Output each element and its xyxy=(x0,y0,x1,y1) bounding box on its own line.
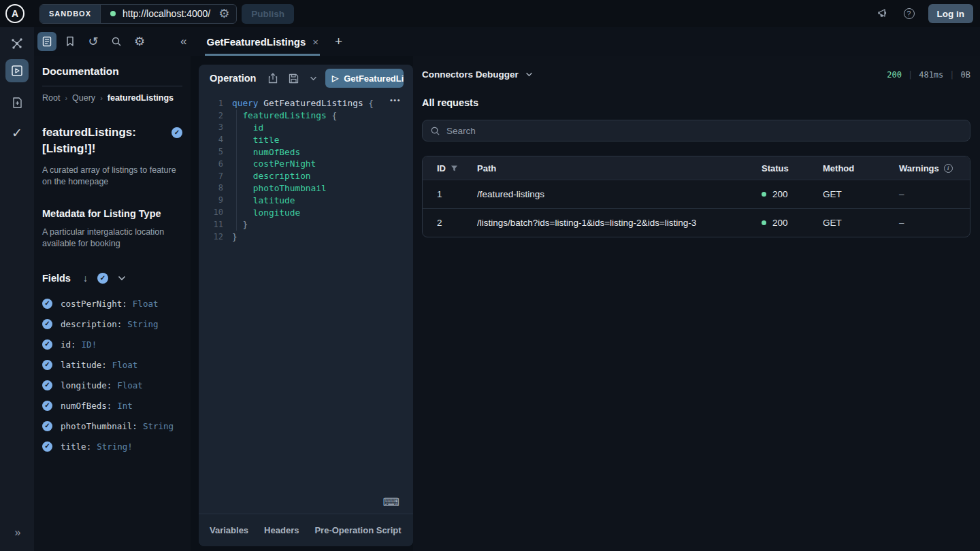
field-check-icon[interactable]: ✓ xyxy=(42,441,52,452)
requests-search-input[interactable] xyxy=(446,126,962,136)
filter-funnel-icon[interactable] xyxy=(451,165,458,172)
save-menu-chevron-icon[interactable] xyxy=(310,76,317,81)
field-check-icon[interactable]: ✓ xyxy=(42,339,52,350)
request-row[interactable]: 1 /featured-listings 200 GET – xyxy=(423,180,970,208)
breadcrumb-root[interactable]: Root xyxy=(42,93,60,103)
footer-tab[interactable]: Headers xyxy=(264,525,299,535)
response-stats: 200 | 481ms | 0B xyxy=(887,70,970,80)
request-row[interactable]: 2 /listings/batch?ids=listing-1&ids=list… xyxy=(423,208,970,237)
col-header-method[interactable]: Method xyxy=(823,163,899,173)
graphql-code-editor[interactable]: ••• 1 query GetFeaturedListings { 2 feat… xyxy=(199,92,413,514)
requests-table: ID Path Status Method Warnings i 1 /feat… xyxy=(422,156,970,237)
field-type: ID! xyxy=(82,339,97,350)
settings-gear-icon[interactable]: ⚙ xyxy=(130,32,149,51)
response-time: 481ms xyxy=(919,70,943,80)
response-size: 0B xyxy=(961,70,970,80)
line-number: 1 xyxy=(199,99,223,108)
field-check-icon[interactable]: ✓ xyxy=(42,299,52,309)
history-icon[interactable]: ↺ xyxy=(84,32,103,51)
all-requests-title: All requests xyxy=(422,97,970,108)
keyboard-shortcuts-icon[interactable]: ⌨ xyxy=(382,497,399,508)
schema-graph-icon[interactable] xyxy=(10,37,24,50)
field-type: Int xyxy=(117,401,133,411)
requests-search-box[interactable] xyxy=(422,120,970,141)
breadcrumb-query[interactable]: Query xyxy=(72,93,95,103)
line-number: 12 xyxy=(199,232,223,241)
explorer-nav-icon[interactable] xyxy=(5,59,29,82)
col-header-warnings[interactable]: Warnings i xyxy=(899,163,970,173)
field-list-item[interactable]: ✓ photoThumbnail: String xyxy=(42,416,182,436)
field-list-item[interactable]: ✓ title: String! xyxy=(42,436,182,456)
publish-button[interactable]: Publish xyxy=(242,4,294,24)
request-warnings: – xyxy=(899,218,970,228)
apollo-logo[interactable]: A xyxy=(5,4,24,23)
help-icon[interactable]: ? xyxy=(904,8,915,19)
field-name: longitude: xyxy=(61,380,112,390)
apollo-logo-letter: A xyxy=(12,8,18,19)
col-header-id[interactable]: ID xyxy=(423,163,477,173)
field-check-icon[interactable]: ✓ xyxy=(42,319,52,329)
code-line: 9 latitude xyxy=(199,194,413,206)
footer-tab[interactable]: Pre-Operation Script xyxy=(314,525,401,535)
code-line: 10 longitude xyxy=(199,206,413,218)
collapse-panel-icon[interactable]: « xyxy=(180,35,185,48)
run-operation-label: GetFeaturedListings xyxy=(344,73,404,84)
field-check-icon[interactable]: ✓ xyxy=(42,380,52,390)
field-check-icon[interactable]: ✓ xyxy=(42,401,52,411)
status-ok-dot xyxy=(762,220,766,225)
field-list-item[interactable]: ✓ latitude: Float xyxy=(42,354,182,375)
field-list-item[interactable]: ✓ costPerNight: Float xyxy=(42,293,182,314)
line-number: 9 xyxy=(199,195,223,205)
field-name: title: xyxy=(61,441,91,452)
field-list-item[interactable]: ✓ longitude: Float xyxy=(42,375,182,395)
endpoint-url-input[interactable]: http://localhost:4000/ xyxy=(122,8,210,19)
col-header-path[interactable]: Path xyxy=(477,163,762,173)
operation-header-icons xyxy=(268,73,317,84)
code-line: 8 photoThumbnail xyxy=(199,182,413,195)
operation-tab[interactable]: GetFeaturedListings × xyxy=(205,27,320,56)
stat-divider: | xyxy=(949,70,954,80)
status-ok-dot xyxy=(762,192,766,197)
line-number: 7 xyxy=(199,171,223,181)
field-name: description: xyxy=(61,319,122,329)
save-operation-icon[interactable] xyxy=(289,73,299,84)
select-all-fields-check-icon[interactable]: ✓ xyxy=(97,273,108,284)
metadata-description: A particular intergalactic location avai… xyxy=(42,227,182,250)
request-path: /featured-listings xyxy=(477,189,762,199)
col-header-status[interactable]: Status xyxy=(762,163,823,173)
tab-close-icon[interactable]: × xyxy=(312,36,318,48)
search-icon[interactable] xyxy=(107,32,126,51)
readme-doc-plus-icon[interactable] xyxy=(5,91,29,114)
warnings-info-icon[interactable]: i xyxy=(944,164,953,173)
field-list-item[interactable]: ✓ id: ID! xyxy=(42,334,182,354)
line-code: longitude xyxy=(232,207,300,218)
field-check-icon[interactable]: ✓ xyxy=(42,421,52,431)
new-tab-button[interactable]: + xyxy=(335,34,342,49)
field-list-item[interactable]: ✓ numOfBeds: Int xyxy=(42,395,182,416)
run-play-icon: ▷ xyxy=(332,73,338,83)
connection-settings-gear-icon[interactable]: ⚙ xyxy=(218,7,229,20)
line-number: 5 xyxy=(199,147,223,156)
editor-overflow-menu-icon[interactable]: ••• xyxy=(390,96,401,104)
debugger-view-chevron-icon[interactable] xyxy=(525,72,533,77)
request-path: /listings/batch?ids=listing-1&ids=listin… xyxy=(477,218,762,228)
field-list-item[interactable]: ✓ description: String xyxy=(42,314,182,334)
saved-operations-bookmark-icon[interactable] xyxy=(61,32,80,51)
left-nav-strip: ✓ » xyxy=(0,27,34,551)
field-heading: featuredListings: [Listing!]! ✓ xyxy=(42,124,182,157)
sort-down-arrow-icon[interactable]: ↓ xyxy=(83,273,88,284)
announcements-megaphone-icon[interactable] xyxy=(878,8,890,19)
login-button[interactable]: Log in xyxy=(928,4,974,23)
field-check-icon[interactable]: ✓ xyxy=(42,360,52,370)
fields-list: ✓ costPerNight: Float ✓ description: Str… xyxy=(42,293,182,456)
checklist-icon[interactable]: ✓ xyxy=(12,125,22,141)
footer-tab[interactable]: Variables xyxy=(210,525,248,535)
field-added-check-icon[interactable]: ✓ xyxy=(172,127,182,138)
field-name: latitude: xyxy=(61,360,107,370)
documentation-panel-icon[interactable] xyxy=(37,32,56,51)
fields-collapse-chevron-icon[interactable] xyxy=(118,276,126,281)
expand-sidebar-icon[interactable]: » xyxy=(15,527,20,539)
run-operation-button[interactable]: ▷ GetFeaturedListings xyxy=(325,69,404,88)
documentation-panel: Documentation Root › Query › featuredLis… xyxy=(34,56,191,551)
share-operation-icon[interactable] xyxy=(268,73,278,84)
